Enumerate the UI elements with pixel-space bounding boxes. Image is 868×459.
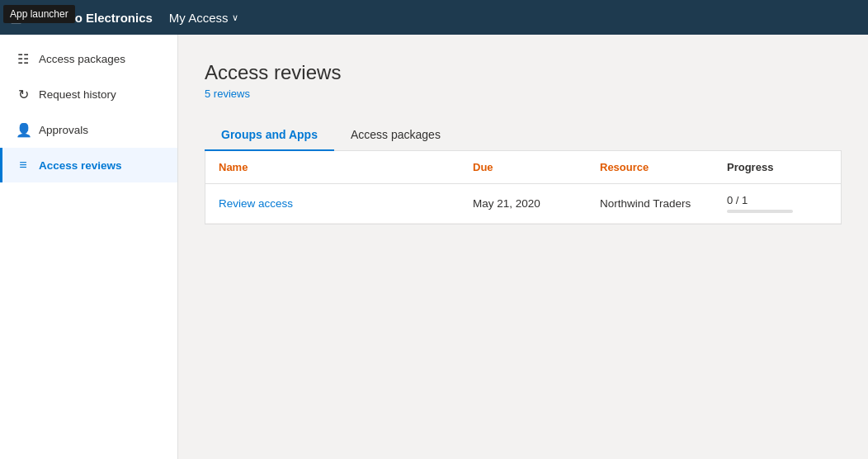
approvals-icon: 👤 [16,122,31,138]
access-packages-icon: ☷ [16,51,31,67]
row-progress: 0 / 1 [714,184,841,224]
main-layout: ☷ Access packages ↻ Request history 👤 Ap… [0,35,868,459]
col-progress: Progress [714,151,841,184]
my-access-chevron: ∨ [232,12,238,23]
sidebar-item-approvals[interactable]: 👤 Approvals [0,112,177,148]
reviews-table: Name Due Resource Progress Review access… [205,151,841,224]
progress-bar-bg [727,210,793,213]
top-nav: App launcher ⊞ Contoso Electronics My Ac… [0,0,868,35]
sidebar-item-access-reviews[interactable]: ≡ Access reviews [0,148,177,182]
sidebar-item-approvals-label: Approvals [39,124,88,136]
access-reviews-icon: ≡ [16,158,31,173]
col-due: Due [460,151,587,184]
progress-text: 0 / 1 [727,194,828,206]
app-launcher-tooltip: App launcher [3,5,75,23]
table-row: Review access May 21, 2020 Northwind Tra… [205,184,841,224]
col-name: Name [205,151,460,184]
sidebar-item-request-history[interactable]: ↻ Request history [0,77,177,112]
content-area: Access reviews 5 reviews Groups and Apps… [178,35,868,459]
sidebar-item-access-packages-label: Access packages [39,53,125,65]
my-access-label: My Access [169,11,229,25]
page-title: Access reviews [205,61,842,84]
sidebar: ☷ Access packages ↻ Request history 👤 Ap… [0,35,178,459]
tabs-container: Groups and Apps Access packages [205,120,842,151]
review-access-link[interactable]: Review access [219,197,293,210]
review-count[interactable]: 5 reviews [205,88,842,100]
sidebar-item-access-reviews-label: Access reviews [39,159,122,172]
row-due: May 21, 2020 [460,184,587,224]
row-name: Review access [205,184,460,224]
tab-access-packages[interactable]: Access packages [334,120,457,151]
request-history-icon: ↻ [16,87,31,102]
sidebar-item-access-packages[interactable]: ☷ Access packages [0,41,177,77]
table-container: Name Due Resource Progress Review access… [205,151,842,225]
col-resource: Resource [587,151,714,184]
tab-groups-and-apps[interactable]: Groups and Apps [205,120,334,151]
sidebar-item-request-history-label: Request history [39,88,116,101]
row-resource: Northwind Traders [587,184,714,224]
my-access-nav[interactable]: My Access ∨ [169,11,238,25]
